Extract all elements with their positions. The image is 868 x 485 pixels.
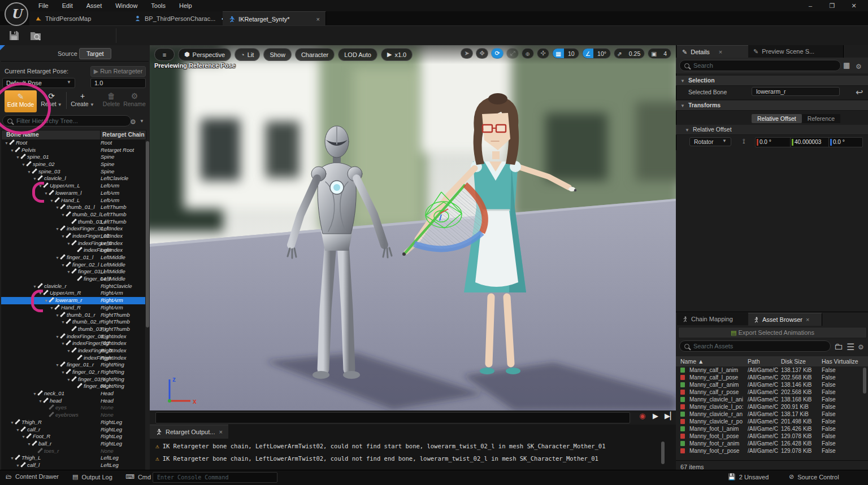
rotation-y-field[interactable]: 40.000003: [790, 137, 830, 147]
close-asset-tab-icon[interactable]: ×: [806, 316, 809, 323]
asset-tab-thirdpersonmap[interactable]: ThirdPersonMap: [29, 11, 136, 25]
lit-mode-button[interactable]: ◔Lit: [235, 48, 260, 61]
bone-row-thumb_01_r[interactable]: ▼thumb_01_rRightThumb: [1, 312, 145, 319]
disk-size-column[interactable]: Disk Size: [781, 356, 806, 366]
content-drawer-button[interactable]: 🗁Content Drawer: [6, 473, 59, 480]
bone-row-indexfinger_01_r[interactable]: ▼indexFinger_01_rRightIndex: [1, 333, 145, 340]
bone-row-spine_01[interactable]: ▼spine_01Spine: [1, 154, 145, 161]
bone-row-lowerarm_l[interactable]: ▼lowerarm_lLeftArm: [1, 190, 145, 197]
minimize-button[interactable]: –: [801, 0, 820, 11]
rotation-x-field[interactable]: 0.0 °: [755, 137, 792, 147]
retarget-chain-column[interactable]: Retarget Chain: [102, 131, 145, 138]
bone-row-clavicle_r[interactable]: ▼clavicle_rRightClavicle: [1, 283, 145, 290]
bone-row-eyes[interactable]: eyesNone: [1, 404, 145, 412]
rotate-tool-icon[interactable]: ⟳: [491, 48, 504, 59]
save-icon[interactable]: [8, 29, 20, 42]
bone-row-indexfinger[interactable]: indexFingerRightIndex: [1, 355, 145, 362]
rename-button[interactable]: ⚙Rename: [123, 91, 146, 107]
relative-offset-toggle[interactable]: Relative Offset: [752, 114, 802, 123]
camera-speed-control[interactable]: ▣4: [648, 48, 671, 59]
scale-snap-control[interactable]: ⇗0.25: [614, 48, 645, 59]
bone-row-finger_03_r[interactable]: ▼finger_03_rRightRing: [1, 376, 145, 383]
menu-edit[interactable]: Edit: [55, 1, 80, 11]
tab-asset-browser[interactable]: Asset Browser ×: [748, 313, 822, 326]
reset-property-icon[interactable]: ↩: [856, 87, 863, 98]
filter-lines-icon[interactable]: ☰: [847, 342, 854, 352]
console-command-input[interactable]: Enter Console Command: [153, 472, 277, 483]
bone-row-finger_02_l[interactable]: ▼finger_02_lLeftMiddle: [1, 261, 145, 269]
angle-snap-control[interactable]: ∠10°: [582, 48, 611, 59]
asset-tab-ikretarget-synty-[interactable]: IKRetarget_Synty*×: [223, 11, 326, 26]
rotator-type-select[interactable]: Rotator▼: [689, 137, 731, 146]
menu-asset[interactable]: Asset: [80, 1, 109, 11]
move-tool-icon[interactable]: ✥: [476, 48, 488, 59]
pivot-icon[interactable]: ⟟: [743, 137, 745, 145]
pose-scale-input[interactable]: 1.0: [90, 78, 146, 88]
asset-row-manny-foot-l-pose[interactable]: Manny_foot_l_pose/All/Game/C129.078 KiBF…: [676, 432, 868, 440]
bone-row-finger_01_l[interactable]: ▼finger_01_lLeftMiddle: [1, 254, 145, 261]
asset-tab-bp-thirdpersoncharac-[interactable]: BP_ThirdPersonCharac...•: [129, 11, 230, 25]
bone-row-foot_r[interactable]: ▼Foot_RRightLeg: [1, 433, 145, 440]
world-coord-icon[interactable]: 🜨: [522, 48, 534, 59]
bone-row-clavicle_l[interactable]: ▼clavicle_lLeftClavicle: [1, 175, 145, 182]
close-log-tab-icon[interactable]: ×: [219, 429, 222, 435]
create-button[interactable]: +Create ▼: [70, 91, 95, 107]
perspective-button[interactable]: ⬢Perspective: [178, 48, 231, 61]
bone-row-upperarm_r[interactable]: ▼UpperArm_RRightArm: [1, 290, 145, 297]
step-forward-button[interactable]: ▶▏: [665, 412, 676, 420]
details-search-input[interactable]: Search: [679, 60, 841, 71]
asset-row-manny-foot-l-anim[interactable]: Manny_foot_l_anim/All/Game/C126.426 KiBF…: [676, 425, 868, 432]
details-settings-icon[interactable]: [856, 61, 862, 71]
bone-row-upperarm_l[interactable]: ▼UpperArm_LLeftArm: [1, 182, 145, 190]
record-button[interactable]: ◉: [639, 412, 645, 420]
3d-viewport[interactable]: z x ≡ ⬢Perspective ◔Lit Show Character L…: [150, 45, 676, 410]
bone-row-toes_r[interactable]: toes_rNone: [1, 448, 145, 455]
display-filter-icon[interactable]: ▦: [843, 61, 850, 69]
tree-settings-icon[interactable]: [130, 116, 136, 126]
source-control-button[interactable]: ⊘Source Control: [789, 473, 839, 480]
bone-row-indexfinger_02[interactable]: ▼indexFinger_02RightIndex: [1, 340, 145, 347]
bone-row-finger_01_r[interactable]: ▼finger_01_rRightRing: [1, 361, 145, 369]
asset-row-manny-clavicle-l-ani[interactable]: Manny_clavicle_l_ani/All/Game/C138.168 K…: [676, 396, 868, 403]
relative-offset-header[interactable]: ▼Relative Offset: [676, 125, 868, 135]
has-virtualized-column[interactable]: Has Virtualize: [822, 356, 858, 366]
bone-row-hand_l[interactable]: ▼Hand_LLeftArm: [1, 197, 145, 204]
scale-tool-icon[interactable]: ⤢: [506, 48, 519, 59]
camera-orbit-icon[interactable]: ✣: [537, 48, 549, 59]
bone-row-indexfinger_0[interactable]: ▼indexFinger_0LeftIndex: [1, 240, 145, 247]
asset-row-manny-clavicle-r-an[interactable]: Manny_clavicle_r_an/All/Game/C138.17 KiB…: [676, 410, 868, 418]
log-scrollbar[interactable]: [661, 442, 665, 464]
bone-row-head[interactable]: ▼headHead: [1, 397, 145, 405]
close-button[interactable]: ✕: [844, 0, 863, 11]
retarget-output-tab[interactable]: Retarget Output... ×: [150, 425, 228, 439]
bone-row-ball_r[interactable]: ▼ball_rRightLeg: [1, 440, 145, 448]
tab-chain-mapping[interactable]: Chain Mapping: [677, 313, 751, 325]
playback-speed-button[interactable]: ▶x1.0: [381, 48, 413, 61]
asset-row-manny-calf-l-anim[interactable]: Manny_calf_l_anim/All/Game/C138.137 KiBF…: [676, 366, 868, 374]
asset-row-manny-calf-r-anim[interactable]: Manny_calf_r_anim/All/Game/C138.146 KiBF…: [676, 381, 868, 388]
bone-row-hand_r[interactable]: ▼Hand_RRightArm: [1, 304, 145, 312]
folder-filter-icon[interactable]: 🗀: [834, 342, 843, 352]
bone-row-thigh_l[interactable]: ▼Thigh_LLeftLeg: [1, 455, 145, 462]
grid-snap-control[interactable]: ▦10: [552, 48, 579, 59]
asset-row-manny-foot-r-anim[interactable]: Manny_foot_r_anim/All/Game/C126.428 KiBF…: [676, 440, 868, 447]
selection-section-header[interactable]: ▼Selection: [676, 76, 868, 86]
close-details-tab-icon[interactable]: ×: [719, 49, 722, 55]
menu-file[interactable]: File: [32, 1, 55, 11]
bone-row-indexfinger_02[interactable]: ▼indexFinger_02LeftIndex: [1, 233, 145, 240]
bone-row-indexfinger_0[interactable]: ▼indexFinger_0RightIndex: [1, 347, 145, 355]
viewport-menu-button[interactable]: ≡: [154, 48, 175, 61]
delete-button[interactable]: 🗑Delete: [101, 91, 122, 107]
path-column[interactable]: Path: [748, 356, 760, 366]
bone-row-spine_02[interactable]: ▼spine_02Spine: [1, 161, 145, 168]
menu-help[interactable]: Help: [172, 1, 199, 11]
lod-button[interactable]: LOD Auto: [338, 48, 377, 61]
asset-row-manny-clavicle-l-po-[interactable]: Manny_clavicle_l_po:/All/Game/C200.91 Ki…: [676, 403, 868, 410]
bone-row-root[interactable]: ▼RootRoot: [1, 139, 145, 147]
asset-row-manny-calf-l-pose[interactable]: Manny_calf_l_pose/All/Game/C202.568 KiBF…: [676, 374, 868, 381]
unsaved-button[interactable]: 💾2 Unsaved: [728, 473, 769, 480]
tree-scrollbar[interactable]: [146, 141, 149, 327]
name-column[interactable]: Name ▲: [680, 356, 704, 366]
asset-row-manny-calf-r-pose[interactable]: Manny_calf_r_pose/All/Game/C202.568 KiBF…: [676, 388, 868, 396]
show-button[interactable]: Show: [263, 48, 292, 61]
